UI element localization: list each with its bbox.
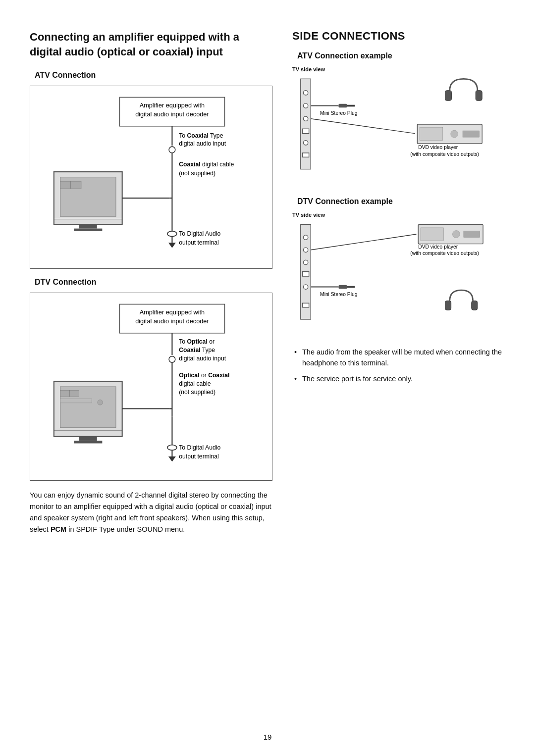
atv-side-svg: Mini Stereo Plug DVD video player (with … <box>292 74 505 181</box>
svg-point-82 <box>303 285 308 289</box>
svg-text:output terminal: output terminal <box>179 453 219 460</box>
svg-text:digital audio input: digital audio input <box>179 140 226 147</box>
svg-text:(not supplied): (not supplied) <box>179 389 215 396</box>
svg-text:To Digital Audio: To Digital Audio <box>179 231 220 238</box>
bullet-list: The audio from the speaker will be muted… <box>292 347 505 384</box>
svg-rect-68 <box>445 91 451 101</box>
svg-text:digital audio input decoder: digital audio input decoder <box>135 110 209 118</box>
svg-rect-71 <box>420 128 443 141</box>
dtv-connection-heading: DTV Connection <box>35 278 272 287</box>
svg-point-43 <box>98 400 103 405</box>
svg-rect-69 <box>476 91 482 101</box>
svg-text:To Digital Audio: To Digital Audio <box>179 444 220 451</box>
atv-diagram-svg: Amplifier equipped with digital audio in… <box>38 93 264 261</box>
svg-point-33 <box>169 356 175 362</box>
svg-rect-97 <box>472 301 478 310</box>
svg-text:DVD video player: DVD video player <box>418 244 458 250</box>
svg-text:Amplifier equipped with: Amplifier equipped with <box>140 308 205 315</box>
dtv-example-heading: DTV Connection example <box>297 197 505 206</box>
svg-rect-16 <box>74 229 102 231</box>
svg-point-51 <box>167 445 177 450</box>
svg-rect-92 <box>338 285 347 289</box>
dtv-side-svg: DVD video player (with composite video o… <box>292 220 505 331</box>
svg-point-57 <box>303 91 308 95</box>
svg-text:DVD video player: DVD video player <box>418 145 458 150</box>
atv-connection-diagram: Amplifier equipped with digital audio in… <box>30 86 272 268</box>
main-title: Connecting an amplifier equipped with a … <box>30 30 272 59</box>
svg-line-74 <box>311 119 415 134</box>
bullet-item-1: The audio from the speaker will be muted… <box>292 347 505 369</box>
svg-rect-12 <box>60 182 71 189</box>
svg-rect-15 <box>79 224 97 228</box>
svg-text:(with composite video outputs): (with composite video outputs) <box>410 251 479 256</box>
svg-rect-87 <box>464 231 480 237</box>
svg-marker-53 <box>168 456 176 462</box>
svg-point-59 <box>303 116 308 121</box>
svg-text:Amplifier equipped with: Amplifier equipped with <box>140 101 205 109</box>
dtv-tv-side-label: TV side view <box>292 212 505 218</box>
svg-text:Mini Stereo Plug: Mini Stereo Plug <box>320 292 358 297</box>
svg-text:Optical or Coaxial: Optical or Coaxial <box>179 372 229 379</box>
svg-point-86 <box>452 230 460 238</box>
svg-text:digital audio input decoder: digital audio input decoder <box>135 317 209 324</box>
atv-side-diagram: TV side view <box>292 66 505 182</box>
right-column: SIDE CONNECTIONS ATV Connection example … <box>292 30 505 726</box>
section-title: SIDE CONNECTIONS <box>292 30 505 43</box>
svg-rect-81 <box>303 272 309 276</box>
svg-text:(with composite video outputs): (with composite video outputs) <box>410 151 479 157</box>
svg-rect-40 <box>60 390 70 397</box>
atv-example-heading: ATV Connection example <box>297 51 505 60</box>
bottom-text: You can enjoy dynamic sound of 2-channel… <box>30 490 272 536</box>
svg-rect-60 <box>303 129 309 133</box>
svg-rect-42 <box>60 399 92 403</box>
svg-rect-45 <box>79 436 97 440</box>
svg-text:Mini Stereo Plug: Mini Stereo Plug <box>320 110 358 116</box>
svg-text:To Coaxial Type: To Coaxial Type <box>179 133 223 140</box>
bullet-item-2: The service port is for service only. <box>292 374 505 385</box>
svg-point-72 <box>451 130 458 138</box>
svg-point-79 <box>303 248 308 252</box>
svg-rect-41 <box>70 390 79 397</box>
svg-point-58 <box>303 103 308 108</box>
dtv-connection-diagram: Amplifier equipped with digital audio in… <box>30 293 272 481</box>
svg-text:Coaxial digital cable: Coaxial digital cable <box>179 161 234 168</box>
svg-rect-85 <box>421 228 444 241</box>
svg-rect-62 <box>303 153 309 157</box>
svg-rect-83 <box>303 303 309 307</box>
atv-connection-heading: ATV Connection <box>35 71 272 80</box>
svg-rect-96 <box>445 301 451 310</box>
atv-tv-side-label: TV side view <box>292 66 505 72</box>
page-number: 19 <box>264 733 272 741</box>
svg-point-6 <box>169 147 175 153</box>
svg-point-21 <box>167 231 177 237</box>
svg-marker-23 <box>168 243 176 249</box>
svg-text:output terminal: output terminal <box>179 240 219 247</box>
svg-text:digital audio input: digital audio input <box>179 355 226 362</box>
svg-point-80 <box>303 260 308 264</box>
svg-point-78 <box>303 235 308 240</box>
svg-rect-73 <box>463 131 480 137</box>
svg-text:(not supplied): (not supplied) <box>179 170 215 177</box>
svg-rect-46 <box>74 441 102 443</box>
svg-rect-13 <box>71 182 81 189</box>
svg-text:To Optical or: To Optical or <box>179 338 214 345</box>
svg-text:Coaxial Type: Coaxial Type <box>179 347 215 353</box>
left-column: Connecting an amplifier equipped with a … <box>30 30 272 726</box>
dtv-side-diagram: TV side view <box>292 212 505 332</box>
svg-rect-64 <box>338 104 347 107</box>
svg-point-61 <box>303 141 308 145</box>
svg-line-88 <box>311 234 416 250</box>
svg-text:digital cable: digital cable <box>179 380 211 387</box>
dtv-diagram-svg: Amplifier equipped with digital audio in… <box>38 300 264 473</box>
